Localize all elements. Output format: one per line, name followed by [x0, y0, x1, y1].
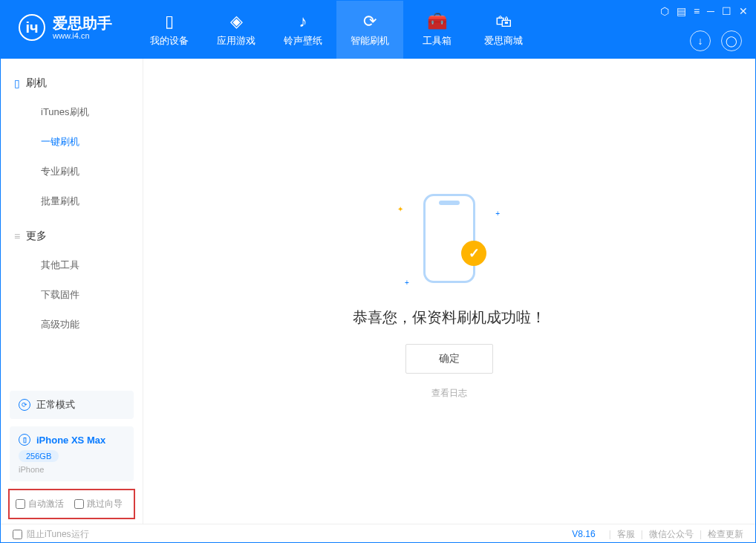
download-icon[interactable]: ↓ [690, 30, 711, 51]
sidebar-item-batch-flash[interactable]: 批量刷机 [1, 186, 143, 216]
logo-section: iч 爱思助手 www.i4.cn [1, 1, 121, 41]
footer-left: 阻止iTunes运行 [13, 528, 89, 541]
footer-right: V8.16 | 客服 | 微信公众号 | 检查更新 [572, 528, 743, 541]
sidebar: ▯刷机 iTunes刷机 一键刷机 专业刷机 批量刷机 ≡更多 其他工具 下载固… [1, 59, 143, 524]
phone-illustration: ✦ + + ✓ [375, 183, 524, 294]
sidebar-section-flash: ▯刷机 iTunes刷机 一键刷机 专业刷机 批量刷机 [1, 69, 143, 216]
checkmark-badge-icon: ✓ [461, 241, 486, 266]
highlighted-checkbox-row: 自动激活 跳过向导 [8, 489, 135, 519]
footer-link-wechat[interactable]: 微信公众号 [649, 528, 694, 541]
nav-store[interactable]: 🛍爱思商城 [470, 1, 537, 59]
sparkle-icon: ✦ [397, 205, 403, 213]
nav-smart-flash[interactable]: ⟳智能刷机 [336, 1, 403, 59]
cube-icon: ◈ [230, 12, 243, 31]
close-icon[interactable]: ✕ [739, 5, 748, 17]
footer-link-support[interactable]: 客服 [617, 528, 635, 541]
menu-icon[interactable]: ≡ [694, 5, 700, 17]
view-log-link[interactable]: 查看日志 [431, 387, 467, 400]
phone-icon: ▯ [14, 77, 20, 89]
footer: 阻止iTunes运行 V8.16 | 客服 | 微信公众号 | 检查更新 [1, 524, 755, 543]
user-icon[interactable]: ◯ [721, 30, 742, 51]
device-name: ▯ iPhone XS Max [19, 434, 125, 446]
bag-icon: 🛍 [495, 12, 512, 31]
sidebar-item-itunes-flash[interactable]: iTunes刷机 [1, 97, 143, 127]
device-card[interactable]: ▯ iPhone XS Max 256GB iPhone [10, 426, 134, 481]
mode-label: 正常模式 [36, 398, 75, 412]
device-dot-icon: ▯ [19, 434, 30, 446]
content-area: ✦ + + ✓ 恭喜您，保资料刷机成功啦！ 确定 查看日志 [143, 59, 755, 524]
app-header: iч 爱思助手 www.i4.cn ▯我的设备 ◈应用游戏 ♪铃声壁纸 ⟳智能刷… [1, 1, 755, 59]
checkbox-auto-activate-input[interactable] [16, 499, 25, 509]
checkbox-auto-activate[interactable]: 自动激活 [16, 498, 64, 510]
checkbox-skip-wizard[interactable]: 跳过向导 [74, 498, 123, 510]
checkbox-block-itunes-input[interactable] [13, 530, 22, 539]
maximize-icon[interactable]: ☐ [722, 5, 731, 17]
sidebar-header-flash: ▯刷机 [1, 69, 143, 97]
sidebar-section-more: ≡更多 其他工具 下载固件 高级功能 [1, 222, 143, 339]
device-storage: 256GB [19, 450, 59, 462]
sidebar-header-more: ≡更多 [1, 222, 143, 250]
device-icon: ▯ [165, 12, 174, 31]
footer-link-update[interactable]: 检查更新 [708, 528, 743, 541]
logo-title: 爱思助手 [53, 15, 112, 31]
sidebar-item-advanced[interactable]: 高级功能 [1, 310, 143, 339]
sidebar-item-download-firmware[interactable]: 下载固件 [1, 280, 143, 310]
logo-text: 爱思助手 www.i4.cn [53, 15, 112, 40]
nav-ringtone-wallpaper[interactable]: ♪铃声壁纸 [270, 1, 336, 59]
checkbox-skip-wizard-input[interactable] [74, 499, 84, 509]
version-label: V8.16 [572, 529, 595, 539]
mode-card[interactable]: ⟳ 正常模式 [10, 391, 134, 419]
nav-toolbox[interactable]: 🧰工具箱 [403, 1, 470, 59]
list-icon: ≡ [14, 230, 20, 242]
main-area: ▯刷机 iTunes刷机 一键刷机 专业刷机 批量刷机 ≡更多 其他工具 下载固… [1, 59, 755, 524]
sparkle-icon: + [495, 209, 500, 218]
minimize-icon[interactable]: ─ [707, 5, 714, 17]
sidebar-item-other-tools[interactable]: 其他工具 [1, 250, 143, 280]
nav-apps-games[interactable]: ◈应用游戏 [203, 1, 270, 59]
toolbox-icon: 🧰 [427, 12, 447, 31]
music-icon: ♪ [299, 12, 307, 31]
device-type: iPhone [19, 465, 125, 474]
refresh-icon: ⟳ [363, 12, 377, 31]
window-controls: ⬡ ▤ ≡ ─ ☐ ✕ [660, 5, 748, 17]
logo-subtitle: www.i4.cn [53, 31, 112, 40]
sparkle-icon: + [405, 279, 409, 287]
nav-my-device[interactable]: ▯我的设备 [136, 1, 203, 59]
header-right-icons: ↓ ◯ [690, 30, 742, 51]
shirt-icon[interactable]: ⬡ [660, 5, 669, 17]
mode-icon: ⟳ [19, 399, 30, 411]
phone-graphic [423, 194, 475, 283]
main-nav: ▯我的设备 ◈应用游戏 ♪铃声壁纸 ⟳智能刷机 🧰工具箱 🛍爱思商城 [136, 1, 537, 59]
list-icon[interactable]: ▤ [677, 5, 686, 17]
success-message: 恭喜您，保资料刷机成功啦！ [353, 308, 546, 328]
checkbox-block-itunes[interactable]: 阻止iTunes运行 [13, 528, 89, 541]
sidebar-item-pro-flash[interactable]: 专业刷机 [1, 157, 143, 186]
ok-button[interactable]: 确定 [405, 344, 493, 374]
sidebar-item-oneclick-flash[interactable]: 一键刷机 [1, 127, 143, 157]
logo-icon: iч [19, 14, 45, 41]
